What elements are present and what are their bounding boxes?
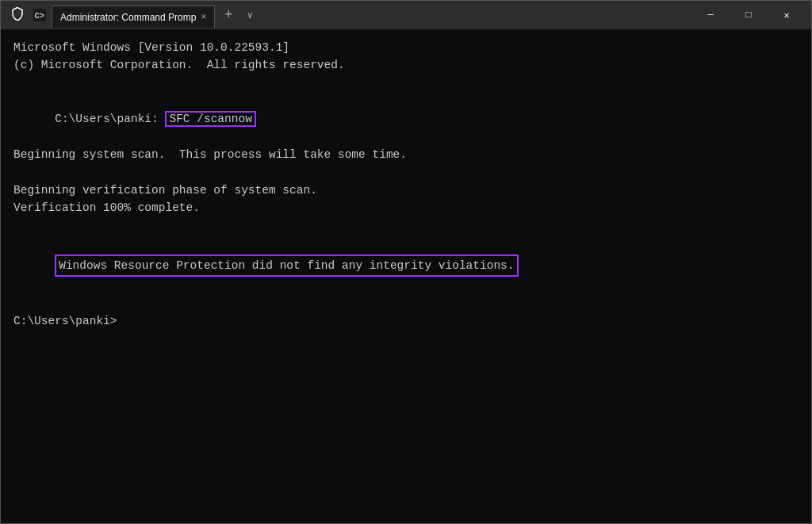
final-prompt: C:\Users\panki> — [13, 312, 799, 330]
tab-close-button[interactable]: ✕ — [201, 13, 206, 21]
cmd-window: C> Administrator: Command Promp ✕ + ∨ — … — [0, 0, 812, 524]
dropdown-button[interactable]: ∨ — [243, 10, 258, 21]
window-controls: — □ ✕ — [692, 2, 805, 28]
empty-line-2 — [13, 163, 799, 181]
close-button[interactable]: ✕ — [768, 2, 805, 28]
sfc-command-highlight: SFC /scannow — [165, 111, 255, 127]
titlebar: C> Administrator: Command Promp ✕ + ∨ — … — [1, 1, 811, 29]
shield-area — [7, 6, 28, 25]
maximize-button[interactable]: □ — [730, 2, 767, 28]
output-line-1: Microsoft Windows [Version 10.0.22593.1] — [13, 39, 799, 56]
cmd-icon: C> — [33, 8, 47, 22]
terminal-body[interactable]: Microsoft Windows [Version 10.0.22593.1]… — [1, 29, 811, 523]
output-line-4: Beginning system scan. This process will… — [13, 146, 799, 163]
empty-line-4 — [13, 295, 799, 312]
svg-text:C>: C> — [35, 11, 44, 21]
result-line: Windows Resource Protection did not find… — [13, 235, 799, 294]
empty-line-3 — [13, 217, 799, 235]
new-tab-button[interactable]: + — [220, 8, 238, 22]
output-line-5: Beginning verification phase of system s… — [13, 182, 799, 199]
prompt-prefix: C:\Users\panki: — [55, 113, 165, 125]
minimize-button[interactable]: — — [692, 2, 729, 28]
result-highlight: Windows Resource Protection did not find… — [55, 254, 518, 277]
prompt-line: C:\Users\panki: SFC /scannow — [13, 92, 799, 145]
shield-icon — [10, 6, 25, 25]
titlebar-left: C> Administrator: Command Promp ✕ + ∨ — [7, 2, 692, 28]
sfc-command: SFC /scannow — [169, 113, 251, 125]
tab-title: Administrator: Command Promp — [60, 12, 196, 23]
active-tab[interactable]: Administrator: Command Promp ✕ — [52, 6, 215, 28]
output-line-6: Verification 100% complete. — [13, 199, 799, 216]
empty-line-1 — [13, 75, 799, 92]
output-line-2: (c) Microsoft Corporation. All rights re… — [13, 56, 799, 74]
